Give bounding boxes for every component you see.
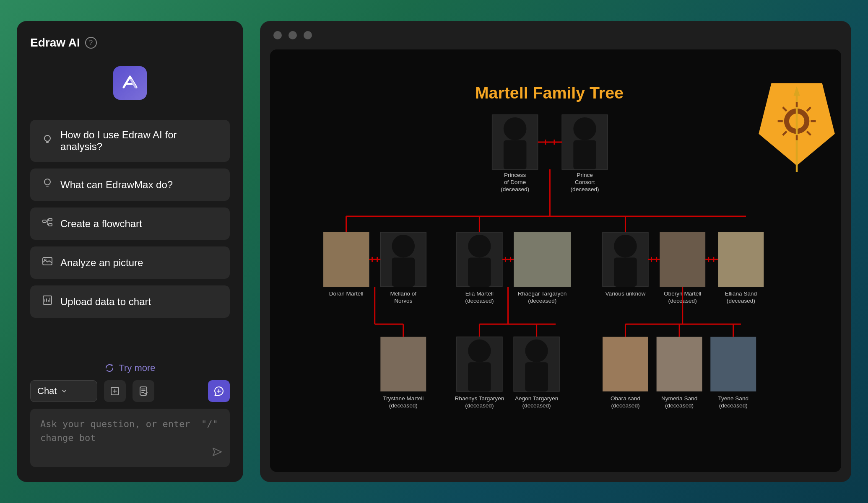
menu-item-upload-chart[interactable]: Upload data to chart [30, 285, 230, 318]
bottom-controls: Chat [30, 380, 230, 402]
svg-text:Obara sand: Obara sand [611, 395, 640, 402]
app-logo [113, 66, 147, 100]
svg-rect-69 [660, 232, 705, 287]
svg-point-66 [614, 235, 637, 257]
svg-text:(deceased): (deceased) [465, 402, 494, 409]
new-chat-icon [213, 385, 225, 397]
svg-point-97 [525, 340, 548, 362]
flowchart-icon [42, 217, 53, 231]
edit-icon-btn[interactable] [104, 380, 126, 402]
svg-rect-46 [392, 257, 415, 287]
svg-text:Mellario of: Mellario of [390, 290, 416, 297]
svg-text:Elliana Sand: Elliana Sand [725, 290, 757, 297]
svg-text:Consort: Consort [575, 179, 595, 185]
svg-text:Various unknow: Various unknow [606, 290, 646, 297]
edit-icon [110, 386, 120, 396]
chart-icon [42, 295, 53, 309]
window-dot-1 [273, 31, 282, 39]
window-dot-2 [288, 31, 297, 39]
logo-container [30, 66, 230, 100]
send-icon [211, 446, 223, 458]
help-icon[interactable]: ? [85, 37, 97, 49]
svg-point-54 [468, 235, 491, 257]
svg-rect-42 [323, 232, 369, 287]
attach-icon [138, 386, 148, 396]
svg-text:(deceased): (deceased) [528, 298, 556, 304]
left-panel: Edraw AI ? How do I use Edraw AI for ana… [17, 21, 243, 482]
try-more[interactable]: Try more [30, 356, 230, 380]
svg-text:Princess: Princess [504, 172, 526, 178]
svg-rect-104 [603, 337, 648, 392]
svg-rect-98 [525, 362, 548, 392]
svg-rect-31 [573, 140, 596, 169]
bulb-icon [42, 134, 53, 148]
svg-point-91 [468, 340, 491, 362]
panel-header: Edraw AI ? [30, 36, 230, 49]
svg-rect-75 [718, 232, 764, 287]
svg-text:Nymeria Sand: Nymeria Sand [661, 395, 697, 402]
diagram-title: Martell Family Tree [475, 83, 624, 102]
send-button[interactable] [211, 446, 223, 460]
svg-rect-58 [514, 232, 571, 287]
svg-point-24 [504, 117, 526, 140]
picture-icon [42, 256, 53, 270]
chevron-down-icon [61, 388, 68, 394]
svg-text:Norvos: Norvos [394, 298, 412, 304]
svg-text:Rhaenys Targaryen: Rhaenys Targaryen [455, 395, 504, 402]
menu-items: How do I use Edraw AI for analysis? What… [30, 120, 230, 346]
svg-rect-67 [614, 257, 637, 287]
attach-icon-btn[interactable] [133, 380, 154, 402]
svg-rect-2 [43, 220, 46, 223]
svg-text:Tyene Sand: Tyene Sand [718, 395, 748, 402]
family-tree: Martell Family Tree [270, 49, 841, 472]
svg-rect-4 [49, 223, 52, 226]
new-chat-btn[interactable] [208, 380, 230, 402]
svg-rect-84 [380, 337, 426, 392]
svg-text:(deceased): (deceased) [719, 402, 748, 409]
menu-item-edrawmax[interactable]: What can EdrawMax do? [30, 169, 230, 201]
menu-item-analysis[interactable]: How do I use Edraw AI for analysis? [30, 120, 230, 162]
refresh-icon [104, 363, 114, 373]
svg-text:Doran Martell: Doran Martell [329, 290, 364, 297]
svg-text:(deceased): (deceased) [611, 402, 639, 409]
svg-rect-108 [657, 337, 702, 392]
window-dot-3 [304, 31, 312, 39]
svg-text:(deceased): (deceased) [389, 402, 418, 409]
svg-rect-55 [468, 257, 491, 287]
svg-text:(deceased): (deceased) [522, 402, 551, 409]
svg-rect-92 [468, 362, 491, 392]
svg-text:(deceased): (deceased) [571, 186, 599, 192]
svg-text:of Dorne: of Dorne [504, 179, 526, 185]
svg-rect-25 [504, 140, 526, 169]
svg-text:Prince: Prince [577, 172, 593, 178]
family-tree-svg: Martell Family Tree [270, 49, 841, 472]
chat-input[interactable] [40, 417, 220, 459]
svg-point-45 [392, 235, 415, 257]
svg-text:(deceased): (deceased) [665, 402, 694, 409]
svg-text:(deceased): (deceased) [465, 298, 494, 304]
svg-text:Aegon Targaryen: Aegon Targaryen [515, 395, 558, 402]
svg-rect-112 [710, 337, 756, 392]
menu-item-flowchart[interactable]: Create a flowchart [30, 207, 230, 240]
svg-text:Trystane Martell: Trystane Martell [383, 395, 424, 402]
svg-text:Rhaegar Targaryen: Rhaegar Targaryen [518, 290, 567, 297]
svg-text:Elia Martell: Elia Martell [465, 290, 494, 297]
svg-text:(deceased): (deceased) [727, 298, 755, 304]
window-chrome [260, 21, 851, 49]
svg-point-6 [44, 259, 46, 261]
app-title: Edraw AI [30, 36, 80, 49]
chat-input-wrap [30, 409, 230, 467]
svg-text:(deceased): (deceased) [501, 186, 529, 192]
svg-point-1 [44, 179, 50, 185]
chat-mode-select[interactable]: Chat [30, 380, 97, 402]
right-panel: Martell Family Tree [260, 21, 851, 482]
svg-point-30 [573, 117, 596, 140]
bulb-icon-2 [42, 178, 53, 192]
menu-item-analyze-picture[interactable]: Analyze an picture [30, 246, 230, 279]
svg-point-0 [44, 135, 50, 141]
diagram-area: Martell Family Tree [270, 49, 841, 472]
svg-rect-3 [49, 218, 52, 221]
bottom-bar: Chat [30, 380, 230, 467]
